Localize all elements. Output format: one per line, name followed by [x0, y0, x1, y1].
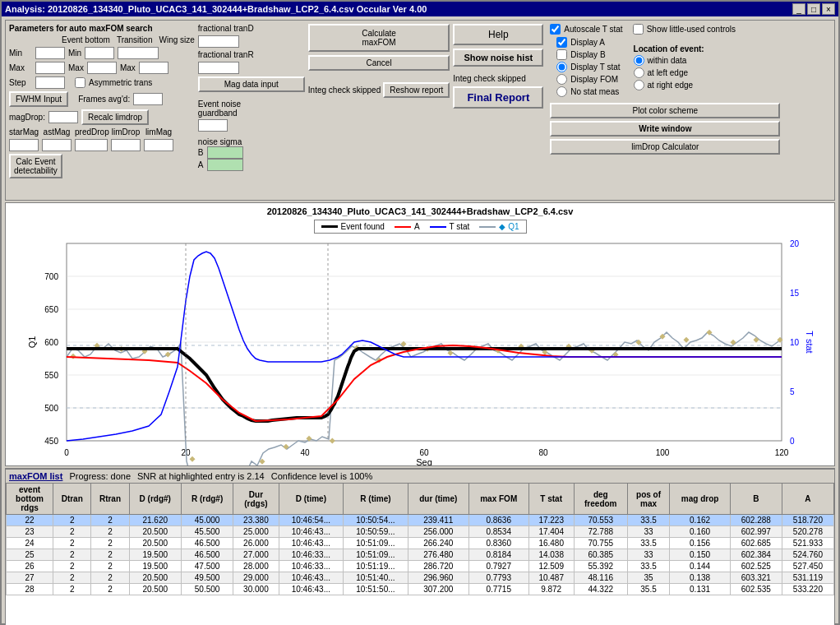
table-cell: 10:46:54... — [279, 515, 344, 526]
b-label: B — [198, 148, 204, 157]
event-noise-input[interactable]: 0 — [198, 119, 228, 132]
main-window: Analysis: 20120826_134340_Pluto_UCAC3_14… — [0, 0, 840, 625]
display-fom-row: Display FOM — [556, 74, 620, 85]
help-button[interactable]: Help — [453, 24, 543, 45]
chart-legend-container: Event found A T stat ◆ Q1 — [6, 220, 834, 234]
table-cell: 45.500 — [181, 526, 233, 538]
minimize-button[interactable]: _ — [792, 3, 805, 15]
event-bottom-min-input[interactable]: 1 — [35, 47, 65, 59]
starmag-input[interactable]: 14.00 — [9, 139, 39, 151]
asymmetric-row: Asymmetric trans — [75, 77, 152, 88]
autoscale-checkbox[interactable] — [550, 24, 561, 35]
transition-max-input[interactable]: 2 — [87, 62, 117, 74]
display-b-row: Display B — [556, 49, 620, 60]
table-row[interactable]: 282220.50050.50030.00010:46:43...10:51:5… — [7, 584, 834, 595]
table-cell: 0.8184 — [468, 549, 528, 561]
table-cell: 276.480 — [408, 549, 468, 561]
svg-text:15: 15 — [790, 289, 800, 298]
table-cell: 14.038 — [528, 549, 574, 561]
reshow-report-button[interactable]: Reshow report — [383, 82, 450, 98]
close-button[interactable]: × — [822, 3, 835, 15]
noise-a-input[interactable]: 20.81 — [207, 159, 243, 171]
table-cell: 10:51:09... — [344, 538, 408, 549]
right-buttons: Plot color scheme Write window limDrop C… — [550, 103, 780, 155]
table-row[interactable]: 232220.50045.50025.00010:46:43...10:50:5… — [7, 526, 834, 538]
frac-tran-d-label: fractional tranD — [198, 24, 254, 33]
table-row[interactable]: 242220.50046.50026.00010:46:43...10:51:0… — [7, 538, 834, 549]
noise-sigma-label: noise sigma — [198, 137, 305, 146]
noise-a-row: A 20.81 — [198, 159, 305, 171]
window-title: Analysis: 20120826_134340_Pluto_UCAC3_14… — [5, 4, 427, 14]
transition-min-input[interactable]: 1 — [85, 47, 114, 59]
legend-a: A — [395, 222, 420, 231]
magdrop-input[interactable]: 0.36 — [48, 111, 78, 123]
table-header: pos ofmax — [627, 484, 670, 515]
table-container[interactable]: eventbottomrdgsDtranRtranD (rdg#)R (rdg#… — [6, 483, 834, 625]
at-right-radio[interactable] — [634, 80, 644, 90]
show-little-checkbox[interactable] — [633, 24, 644, 35]
maximize-button[interactable]: □ — [807, 3, 820, 15]
table-row[interactable]: 262219.50047.50028.00010:46:33...10:51:1… — [7, 561, 834, 572]
table-cell: 46.500 — [181, 549, 233, 561]
params-section: Parameters for auto maxFOM search Event … — [9, 24, 195, 197]
write-window-button[interactable]: Write window — [550, 121, 780, 137]
table-header: eventbottomrdgs — [7, 484, 53, 515]
table-cell: 10:46:43... — [279, 538, 344, 549]
display-t-radio[interactable] — [556, 62, 567, 72]
limmag-input[interactable]: 17.99 — [144, 139, 173, 151]
within-data-radio[interactable] — [634, 55, 644, 66]
display-fom-radio[interactable] — [556, 74, 567, 85]
frames-input[interactable]: 1 — [133, 93, 163, 105]
final-report-button[interactable]: Final Report — [453, 86, 543, 109]
fwhm-row: FWHM Input Frames avg'd: 1 — [9, 91, 195, 107]
table-cell: 0.7927 — [468, 561, 528, 572]
table-row[interactable]: 272220.50049.50029.00010:46:43...10:51:4… — [7, 572, 834, 584]
display-row: Display A Display B Display T stat — [550, 37, 780, 97]
svg-text:Seq: Seq — [416, 457, 432, 465]
no-stat-radio[interactable] — [556, 86, 567, 97]
show-noise-button[interactable]: Show noise hist — [453, 49, 543, 67]
limdrop-input[interactable]: 5.36 — [111, 139, 141, 151]
fwhm-button[interactable]: FWHM Input — [9, 91, 68, 107]
frac-tran-d-input[interactable]: 1.55 — [198, 35, 239, 48]
table-cell: 20.500 — [129, 584, 181, 595]
table-cell: 55.392 — [574, 561, 627, 572]
asymmetric-checkbox[interactable] — [75, 77, 85, 88]
calc-event-button[interactable]: Calc Eventdetectability — [9, 154, 62, 178]
table-cell: 33.5 — [627, 538, 670, 549]
display-a-checkbox[interactable] — [556, 37, 567, 48]
table-row[interactable]: 222221.62045.00023.38010:46:54...10:50:5… — [7, 515, 834, 526]
table-cell: 521.933 — [782, 538, 833, 549]
display-fom-label: Display FOM — [570, 75, 618, 84]
event-bottom-max-input[interactable]: 30 — [35, 62, 65, 74]
recalc-button[interactable]: Recalc limdrop — [81, 109, 149, 125]
frac-tran-r-input[interactable]: 1.55 — [198, 62, 239, 74]
wing-size-input[interactable]: 200 — [118, 47, 159, 59]
min-row: Min 1 Min 1 200 — [9, 47, 195, 59]
svg-text:650: 650 — [44, 305, 58, 314]
wing-max-input[interactable]: 2 — [139, 62, 168, 74]
table-row[interactable]: 252219.50046.50027.00010:46:33...10:51:0… — [7, 549, 834, 561]
limdrop-calc-button[interactable]: limDrop Calculator — [550, 139, 780, 155]
astmag-input[interactable]: 13.00 — [42, 139, 72, 151]
step-input[interactable]: 1 — [35, 76, 65, 89]
cancel-button[interactable]: Cancel — [308, 55, 450, 71]
table-cell: 0.160 — [670, 526, 730, 538]
astmag-header: astMag — [42, 127, 72, 137]
at-left-radio[interactable] — [634, 67, 644, 78]
table-cell: 46.500 — [181, 538, 233, 549]
maxfom-list-link[interactable]: maxFOM list — [9, 471, 62, 481]
display-b-checkbox[interactable] — [556, 49, 567, 60]
noise-b-input[interactable]: 19.49 — [207, 146, 243, 159]
table-cell: 26.000 — [233, 538, 279, 549]
chart-svg: 450 500 550 600 650 700 0 5 10 15 20 0 2… — [25, 235, 815, 465]
transition-header: Transition — [117, 35, 153, 44]
preddrop-input[interactable]: 0.36 — [75, 139, 108, 151]
plot-color-button[interactable]: Plot color scheme — [550, 103, 780, 118]
data-table: eventbottomrdgsDtranRtranD (rdg#)R (rdg#… — [6, 483, 834, 595]
show-little-label: Show little-used controls — [647, 25, 736, 34]
integ-check-group: Integ check skipped Reshow report — [308, 81, 450, 98]
mag-data-button[interactable]: Mag data input — [198, 76, 305, 92]
calculate-maxfom-button[interactable]: CalculatemaxFOM — [308, 24, 450, 52]
table-header: D (time) — [279, 484, 344, 515]
